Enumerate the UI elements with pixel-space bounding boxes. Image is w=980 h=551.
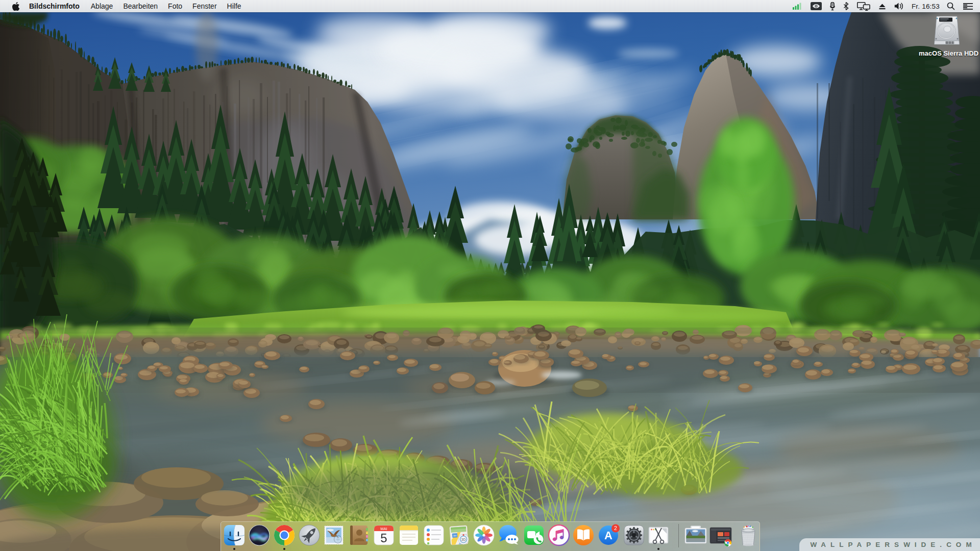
svg-text:280: 280 — [453, 534, 457, 537]
svg-text:A: A — [604, 529, 612, 542]
svg-text:3D: 3D — [461, 538, 466, 541]
svg-text:MAI: MAI — [380, 527, 387, 531]
svg-text:2: 2 — [614, 525, 617, 531]
svg-text:5: 5 — [380, 531, 387, 545]
